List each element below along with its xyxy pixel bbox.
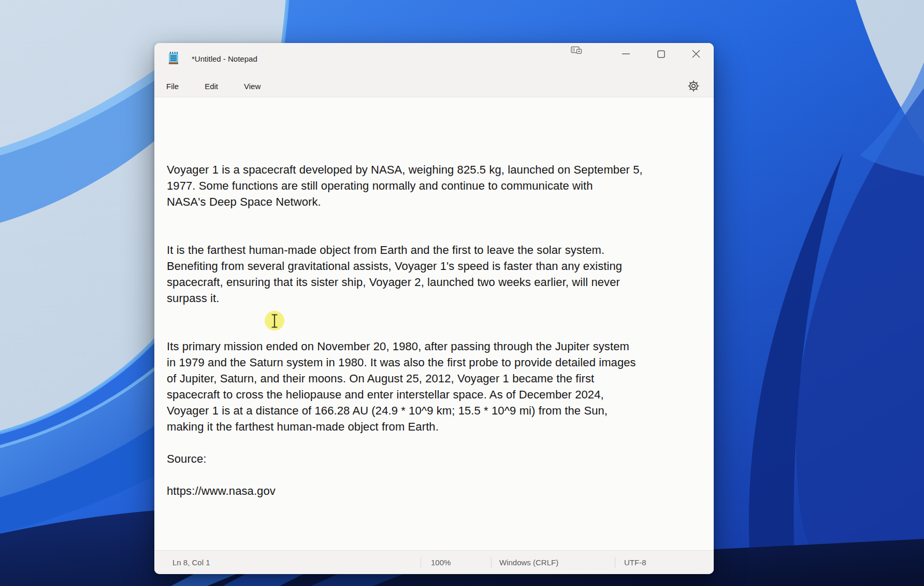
text-line: of Jupiter, Saturn, and their moons. On … [167, 370, 714, 387]
text-line: spacecraft, ensuring that its sister shi… [167, 274, 714, 290]
window-controls [608, 43, 714, 65]
text-editor-area[interactable]: Voyager 1 is a spacecraft developed by N… [154, 97, 714, 551]
maximize-button[interactable] [643, 43, 678, 65]
status-separator [421, 557, 421, 568]
text-line [167, 306, 714, 322]
text-line: 1977. Some functions are still operating… [167, 178, 714, 194]
notepad-window: *Untitled - Notepad [154, 43, 714, 574]
display-indicator-icon [571, 46, 582, 55]
text-line: Its primary mission ended on November 20… [167, 338, 714, 354]
close-button[interactable] [678, 43, 714, 65]
minimize-icon [622, 53, 630, 54]
text-line: spacecraft to cross the heliopause and e… [167, 387, 714, 403]
text-line [167, 435, 714, 451]
zoom-level[interactable]: 100% [431, 551, 451, 574]
window-title: *Untitled - Notepad [192, 54, 257, 63]
text-line: Benefiting from several gravitational as… [167, 258, 714, 274]
menubar: File Edit View [154, 75, 714, 97]
text-line [167, 210, 714, 226]
close-icon [692, 50, 700, 58]
text-line [167, 146, 714, 162]
encoding: UTF-8 [624, 551, 646, 574]
settings-button[interactable] [683, 75, 704, 97]
gear-icon [687, 79, 700, 93]
minimize-button[interactable] [608, 43, 643, 65]
text-line: Source: [167, 451, 714, 467]
text-line: It is the farthest human-made object fro… [167, 242, 714, 258]
menu-file[interactable]: File [166, 82, 179, 91]
text-line [167, 130, 714, 146]
status-bar: Ln 8, Col 1 100% Windows (CRLF) UTF-8 [154, 550, 714, 574]
text-line [167, 113, 714, 130]
text-line [167, 97, 714, 113]
menu-edit[interactable]: Edit [205, 82, 218, 91]
maximize-icon [657, 50, 665, 58]
line-ending: Windows (CRLF) [499, 551, 558, 574]
text-line [167, 467, 714, 483]
text-line: in 1979 and the Saturn system in 1980. I… [167, 354, 714, 370]
menu-view[interactable]: View [244, 82, 261, 91]
titlebar[interactable]: *Untitled - Notepad [154, 43, 714, 75]
text-line: NASA's Deep Space Network. [167, 194, 714, 210]
status-separator [491, 557, 492, 568]
cursor-position: Ln 8, Col 1 [172, 551, 210, 574]
text-line: making it the farthest human-made object… [167, 419, 714, 435]
notepad-icon [167, 51, 180, 65]
text-line: Voyager 1 is a spacecraft developed by N… [167, 162, 714, 178]
text-line [167, 322, 714, 338]
desktop: *Untitled - Notepad [0, 0, 924, 586]
status-separator [615, 557, 615, 568]
text-line [167, 226, 714, 242]
text-line: Voyager 1 is at a distance of 166.28 AU … [167, 403, 714, 419]
text-line: surpass it. [167, 290, 714, 306]
text-line: https://www.nasa.gov [167, 483, 714, 499]
